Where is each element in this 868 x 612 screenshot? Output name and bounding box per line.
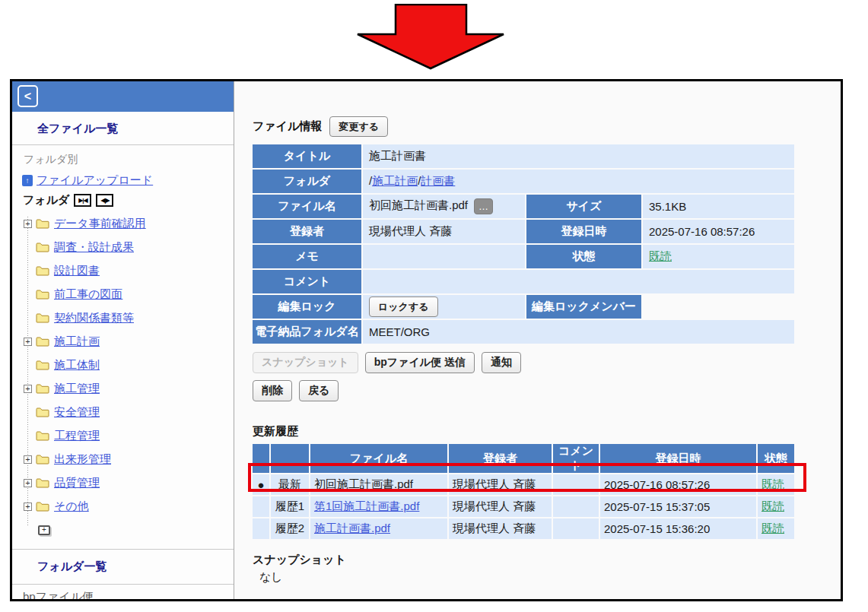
filename-label: ファイル名 <box>253 195 361 218</box>
back-button[interactable]: 戻る <box>299 380 339 401</box>
status-read-link[interactable]: 既読 <box>761 477 784 490</box>
filename-cell: 施工計画書.pdf <box>310 518 447 539</box>
more-button[interactable]: … <box>474 198 493 214</box>
folder-link[interactable]: 工程管理 <box>54 429 100 443</box>
folder-link[interactable]: 安全管理 <box>54 405 100 420</box>
folder-tree-item: 契約関係書類等 <box>24 306 226 330</box>
comment-value <box>363 270 794 293</box>
edelivery-label: 電子納品フォルダ名 <box>253 320 361 344</box>
status-read-link[interactable]: 既読 <box>761 522 784 534</box>
history-table-wrap: ファイル名 登録者 コメント 登録日時 状態 ● 最新 初回施工計画書.pdf … <box>253 442 802 541</box>
folder-link[interactable]: 施工体制 <box>54 358 100 373</box>
folder-tree-item: + 品質管理 <box>24 471 226 495</box>
folder-icon <box>36 478 49 488</box>
folder-path-link[interactable]: 計画書 <box>421 174 455 187</box>
status-read-link[interactable]: 既読 <box>761 499 784 512</box>
history-file-link[interactable]: 施工計画書.pdf <box>314 522 390 534</box>
folder-tree-item: + 出来形管理 <box>24 448 226 471</box>
upload-row: ↑ ファイルアップロード <box>22 172 226 189</box>
folder-icon <box>36 431 49 441</box>
sidebar-item-bp-file[interactable]: bpファイル便 <box>23 590 234 599</box>
back-icon: < <box>24 90 31 103</box>
history-col-regdate: 登録日時 <box>600 444 756 473</box>
status-read-link[interactable]: 既読 <box>649 249 672 262</box>
folder-tree-item: 安全管理 <box>24 401 226 424</box>
snapshot-button[interactable]: スナップショット <box>253 352 358 373</box>
current-marker <box>253 518 269 539</box>
expand-icon[interactable]: + <box>24 338 32 346</box>
comment-cell <box>553 518 599 539</box>
folder-tree-item: + その他 <box>24 495 226 518</box>
regdate-cell: 2025-07-15 15:36:20 <box>600 518 756 539</box>
folder-tree-item: 設計図書 <box>24 259 226 283</box>
folder-head: フォルダ ▶|◀ ◀|▶ <box>23 193 226 208</box>
expand-width-icon[interactable]: ◀|▶ <box>96 194 113 207</box>
registrant-cell: 現場代理人 斉藤 <box>449 474 552 495</box>
folder-link[interactable]: 施工管理 <box>54 382 100 396</box>
regdate-cell: 2025-07-16 08:57:26 <box>600 474 756 495</box>
history-file-link[interactable]: 第1回施工計画書.pdf <box>314 499 419 512</box>
sidebar: < 全ファイル一覧 フォルダ別 ↑ ファイルアップロード フォルダ ▶|◀ ◀|… <box>12 81 234 599</box>
version-cell: 履歴2 <box>271 518 309 539</box>
expand-icon[interactable]: + <box>24 220 32 228</box>
folder-tree-item: 前工事の図面 <box>24 283 226 306</box>
sidebar-topbar: < <box>12 81 234 112</box>
app-window: < 全ファイル一覧 フォルダ別 ↑ ファイルアップロード フォルダ ▶|◀ ◀|… <box>10 79 843 601</box>
folder-link[interactable]: その他 <box>54 499 89 514</box>
folder-icon <box>36 384 49 394</box>
delete-button[interactable]: 削除 <box>253 380 292 401</box>
notify-button[interactable]: 通知 <box>482 352 521 373</box>
folder-icon <box>36 360 49 370</box>
folder-tree-item: + 施工管理 <box>24 377 226 401</box>
snapshot-section-value: なし <box>259 570 841 585</box>
editlock-label: 編集ロック <box>253 295 361 319</box>
folder-link[interactable]: 出来形管理 <box>54 452 111 467</box>
memo-value <box>363 245 525 268</box>
expand-icon[interactable]: + <box>24 385 32 393</box>
folder-row-label: フォルダ <box>253 170 361 193</box>
folder-tree-item: 施工体制 <box>24 354 226 377</box>
bp-send-button[interactable]: bpファイル便 送信 <box>365 352 475 373</box>
collapse-sidebar-button[interactable]: < <box>17 85 38 107</box>
registrant-label: 登録者 <box>253 220 361 243</box>
filename-text: 初回施工計画書.pdf <box>369 198 468 211</box>
expand-icon[interactable]: + <box>24 503 32 511</box>
lock-button[interactable]: ロックする <box>369 296 438 317</box>
folder-icon <box>36 219 49 229</box>
folder-link[interactable]: 設計図書 <box>54 264 100 278</box>
history-col-marker <box>253 444 269 473</box>
folder-path-link[interactable]: 施工計画 <box>372 174 418 187</box>
history-col-version <box>271 444 309 473</box>
memo-label: メモ <box>253 245 361 268</box>
folder-group-label: フォルダ別 <box>24 153 226 166</box>
file-upload-link[interactable]: ファイルアップロード <box>37 173 153 188</box>
table-row: 履歴1 第1回施工計画書.pdf 現場代理人 斉藤 2025-07-15 15:… <box>253 496 794 517</box>
folder-tree: + データ事前確認用 調査・設計成果 設計図書 前工事の図 <box>24 212 226 542</box>
sidebar-item-all-files[interactable]: 全ファイル一覧 <box>12 112 234 145</box>
editlock-members-value <box>643 295 794 319</box>
regdate-cell: 2025-07-15 15:37:05 <box>600 496 756 517</box>
collapse-width-icon[interactable]: ▶|◀ <box>74 194 91 207</box>
sidebar-item-folder-list[interactable]: フォルダ一覧 <box>12 550 234 582</box>
file-info-table: タイトル 施工計画書 フォルダ /施工計画/計画書 ファイル名 初回施工計画書.… <box>251 143 796 345</box>
upload-icon: ↑ <box>22 175 33 186</box>
folder-link[interactable]: 前工事の図面 <box>54 287 122 302</box>
registrant-cell: 現場代理人 斉藤 <box>449 518 552 539</box>
folder-link[interactable]: データ事前確認用 <box>54 217 146 231</box>
folder-path: /施工計画/計画書 <box>363 170 794 193</box>
history-col-filename: ファイル名 <box>310 444 447 473</box>
expand-icon[interactable]: + <box>24 479 32 487</box>
status-value: 既読 <box>643 245 794 268</box>
folder-link[interactable]: 施工計画 <box>54 335 100 349</box>
folder-link[interactable]: 契約関係書類等 <box>54 311 134 325</box>
change-button[interactable]: 変更する <box>329 116 388 137</box>
folder-link[interactable]: 品質管理 <box>54 476 100 490</box>
folder-link[interactable]: 調査・設計成果 <box>54 240 134 255</box>
size-label: サイズ <box>526 195 641 218</box>
folder-icon <box>36 290 49 300</box>
add-folder-icon[interactable]: + <box>38 525 50 535</box>
folder-icon <box>36 243 49 252</box>
version-cell: 履歴1 <box>271 496 309 517</box>
expand-icon[interactable]: + <box>24 455 32 464</box>
snapshot-section-title: スナップショット <box>253 553 841 567</box>
